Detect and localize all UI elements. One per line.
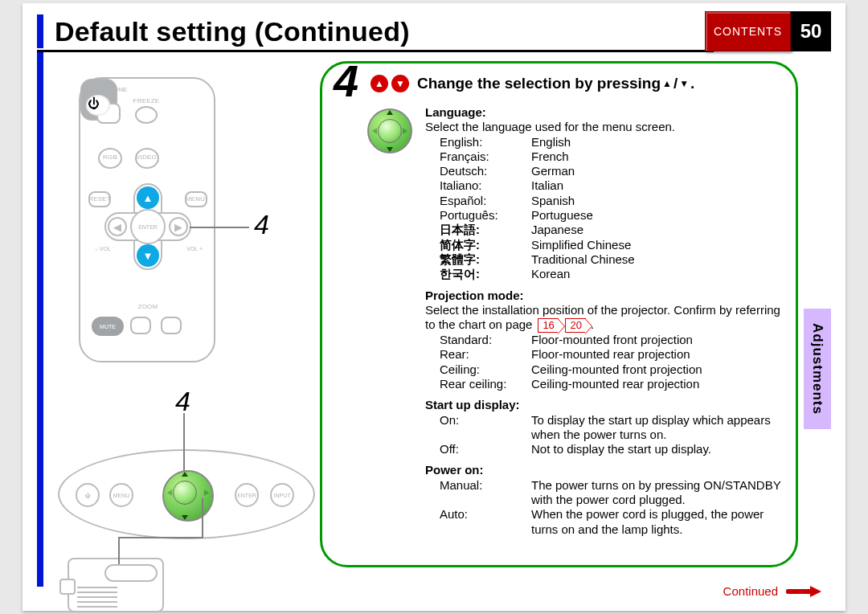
list-item: 한국어:Korean [440, 267, 784, 281]
step-title: Change the selection by pressing ▲ / ▼. [417, 75, 694, 92]
language-native-label: 简体字: [440, 238, 531, 252]
callout-line [190, 227, 249, 228]
page-link[interactable]: 20 [565, 318, 586, 333]
language-english-label: Korean [531, 267, 784, 281]
list-item: Italiano:Italian [440, 178, 784, 193]
remote-freeze-button [135, 106, 158, 124]
language-english-label: Portuguese [531, 208, 784, 223]
heading-language: Language: [425, 105, 784, 120]
arrow-down-circle-icon: ▼ [391, 75, 409, 92]
mode-description: Floor-mounted front projection [531, 333, 784, 347]
section-tab-label: Adjustments [809, 323, 825, 415]
option-name: Off: [440, 442, 531, 456]
triangle-up-icon: ▲ [662, 78, 672, 89]
panel-nav-button [162, 470, 214, 522]
list-item: 简体字:Simplified Chinese [440, 238, 784, 252]
remote-arrow-right-icon: ▶ [169, 217, 188, 236]
remote-label-freeze: FREEZE [130, 98, 162, 104]
heading-startup-display: Start up display: [425, 398, 784, 412]
remote-arrow-left-icon: ◀ [108, 217, 127, 236]
language-list: English:EnglishFrançais:FrenchDeutsch:Ge… [425, 135, 784, 282]
list-item: Deutsch:German [440, 164, 784, 178]
remote-arrow-down-icon: ▼ [137, 244, 159, 267]
list-item: English:English [440, 135, 784, 149]
list-item: Ceiling:Ceiling-mounted front projection [440, 362, 784, 377]
option-description: To display the start up display which ap… [531, 413, 784, 443]
language-native-label: English: [440, 135, 531, 149]
remote-control-illustration: KEY STONE FREEZE ⏻ ON/ STANDBY RGB VIDEO… [79, 77, 215, 362]
callout-line [202, 498, 203, 538]
page-number: 50 [791, 11, 831, 51]
language-description: Select the language used for the menu sc… [425, 120, 784, 134]
list-item: 日本語:Japanese [440, 223, 784, 237]
language-native-label: Deutsch: [440, 164, 531, 178]
page-title: Default setting (Continued) [55, 16, 410, 47]
option-description: The power turns on by pressing ON/STANDB… [531, 478, 784, 508]
step-content: Language: Select the language used for t… [425, 99, 784, 537]
section-tab-adjustments[interactable]: Adjustments [804, 309, 831, 429]
callout-line [118, 537, 202, 538]
language-english-label: Italian [531, 178, 784, 193]
remote-label-zoom: ZOOM [132, 304, 164, 310]
language-native-label: Italiano: [440, 178, 531, 193]
option-name: Manual: [440, 478, 531, 508]
power-icon: ⏻ [86, 95, 110, 116]
mode-name: Rear ceiling: [440, 377, 531, 391]
projector-illustration [68, 558, 164, 612]
title-bar: Default setting (Continued) [37, 14, 410, 48]
list-item: Español:Spanish [440, 194, 784, 208]
remote-label-vol-plus: VOL + [186, 246, 203, 252]
illustration-column: KEY STONE FREEZE ⏻ ON/ STANDBY RGB VIDEO… [63, 68, 312, 582]
projector-vent [77, 587, 117, 608]
triangle-down-icon: ▼ [679, 78, 689, 89]
mode-name: Standard: [440, 333, 531, 347]
list-item: 繁體字:Traditional Chinese [440, 252, 784, 267]
panel-menu-button: MENU [109, 483, 133, 507]
option-name: On: [440, 413, 531, 443]
heading-projection-mode: Projection mode: [425, 289, 784, 303]
callout-line [118, 537, 120, 564]
language-english-label: English [531, 135, 784, 149]
projector-top-panel [104, 564, 158, 582]
remote-zoom-plus-button [161, 317, 182, 334]
title-accent-bar [37, 14, 43, 48]
remote-arrow-up-icon: ▲ [137, 186, 159, 209]
callout-line [183, 413, 185, 471]
step-number: 4 [334, 59, 358, 104]
header-right: CONTENTS 50 [705, 11, 831, 51]
remote-dpad: ▲ ▼ ◀ ▶ ENTER – VOL VOL + [104, 183, 191, 270]
nav-button-illustration [367, 108, 412, 154]
list-item: Rear:Floor-mounted rear projection [440, 347, 784, 362]
remote-mute-button: MUTE [92, 317, 124, 336]
left-accent-bar [37, 52, 43, 587]
remote-label-keystone: KEY STONE [88, 87, 129, 93]
mode-description: Floor-mounted rear projection [531, 347, 784, 362]
callout-number-panel: 4 [175, 386, 190, 417]
option-name: Auto: [440, 507, 531, 537]
language-native-label: 繁體字: [440, 252, 531, 267]
remote-enter-button: ENTER [130, 209, 166, 244]
page-link[interactable]: 16 [538, 318, 559, 333]
list-item: Standard:Floor-mounted front projection [440, 333, 784, 347]
panel-enter-button: ENTER [235, 483, 259, 507]
power-on-list: Manual:The power turns on by pressing ON… [425, 478, 784, 537]
remote-label-vol-minus: – VOL [95, 246, 111, 252]
heading-power-on: Power on: [425, 463, 784, 477]
language-english-label: Spanish [531, 194, 784, 208]
panel-input-button: INPUT [270, 483, 294, 507]
projection-mode-list: Standard:Floor-mounted front projectionR… [425, 333, 784, 391]
contents-button[interactable]: CONTENTS [705, 11, 791, 51]
projection-description: Select the installation position of the … [425, 303, 784, 333]
list-item: Off:Not to display the start up display. [425, 442, 784, 456]
mode-name: Rear: [440, 347, 531, 362]
remote-label-video: VIDEO [132, 154, 161, 161]
arrow-right-icon [810, 586, 821, 597]
list-item: Rear ceiling:Ceiling-mounted rear projec… [440, 377, 784, 391]
list-item: Auto:When the power cord is plugged, the… [425, 507, 784, 537]
control-panel-illustration: ⏻ MENU ENTER INPUT [58, 449, 315, 539]
list-item: Português:Portuguese [440, 208, 784, 223]
language-native-label: 한국어: [440, 267, 531, 281]
step-panel: 4 ▲ ▼ Change the selection by pressing ▲… [320, 61, 798, 567]
arrow-up-circle-icon: ▲ [371, 75, 388, 92]
list-item: Manual:The power turns on by pressing ON… [425, 478, 784, 508]
